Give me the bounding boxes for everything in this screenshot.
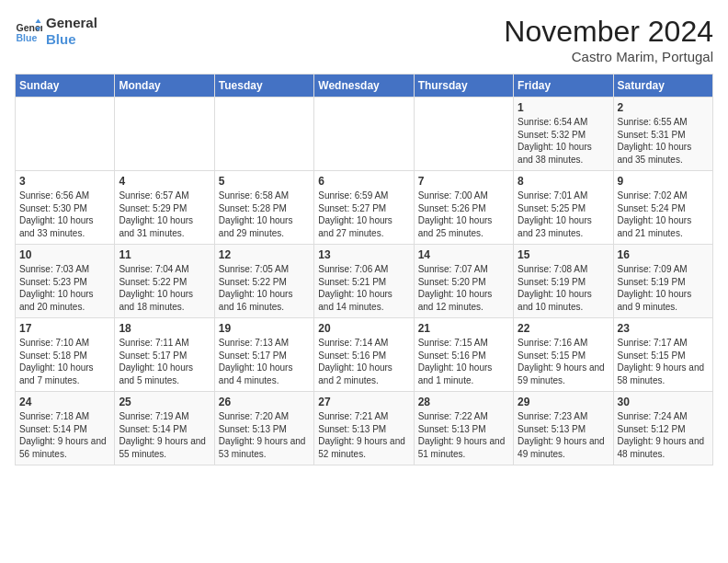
cell-text: Sunrise: 7:06 AM	[318, 263, 409, 276]
day-number: 2	[618, 101, 709, 114]
header-monday: Monday	[115, 75, 214, 98]
cell-text: Sunrise: 7:18 AM	[19, 410, 110, 423]
day-number: 30	[618, 396, 709, 408]
cell-text: Sunset: 5:14 PM	[119, 423, 210, 436]
cell-text: Daylight: 9 hours and 56 minutes.	[19, 435, 110, 460]
table-row: 29Sunrise: 7:23 AMSunset: 5:13 PMDayligh…	[514, 392, 613, 465]
table-row: 5Sunrise: 6:58 AMSunset: 5:28 PMDaylight…	[214, 171, 313, 245]
cell-text: Sunset: 5:19 PM	[618, 276, 709, 289]
cell-text: Sunset: 5:17 PM	[119, 350, 210, 362]
table-row: 14Sunrise: 7:07 AMSunset: 5:20 PMDayligh…	[414, 245, 513, 318]
cell-text: Sunrise: 7:10 AM	[19, 337, 110, 350]
cell-text: Sunset: 5:19 PM	[518, 276, 609, 289]
day-number: 12	[219, 248, 310, 261]
cell-text: Sunrise: 7:11 AM	[119, 337, 210, 350]
cell-text: Daylight: 10 hours and 14 minutes.	[318, 288, 409, 313]
cell-text: Sunrise: 7:15 AM	[418, 337, 509, 350]
cell-text: Sunrise: 7:20 AM	[219, 410, 310, 423]
svg-text:Blue: Blue	[17, 32, 38, 43]
day-number: 3	[19, 175, 110, 188]
table-row: 22Sunrise: 7:16 AMSunset: 5:15 PMDayligh…	[514, 318, 613, 392]
cell-text: Sunrise: 7:02 AM	[618, 190, 709, 202]
day-number: 23	[618, 322, 709, 335]
day-number: 22	[518, 322, 609, 335]
table-row: 1Sunrise: 6:54 AMSunset: 5:32 PMDaylight…	[514, 98, 613, 171]
calendar-week-row: 24Sunrise: 7:18 AMSunset: 5:14 PMDayligh…	[16, 392, 713, 465]
day-number: 17	[19, 322, 110, 335]
cell-text: Daylight: 10 hours and 5 minutes.	[119, 362, 210, 386]
table-row	[16, 98, 115, 171]
table-row: 6Sunrise: 6:59 AMSunset: 5:27 PMDaylight…	[314, 171, 414, 245]
day-number: 28	[418, 396, 509, 408]
day-number: 13	[318, 248, 409, 261]
cell-text: Daylight: 10 hours and 29 minutes.	[219, 214, 310, 239]
cell-text: Sunset: 5:23 PM	[19, 276, 110, 289]
cell-text: Daylight: 9 hours and 49 minutes.	[518, 435, 609, 460]
cell-text: Sunrise: 6:57 AM	[119, 190, 210, 202]
table-row: 20Sunrise: 7:14 AMSunset: 5:16 PMDayligh…	[314, 318, 414, 392]
table-row: 12Sunrise: 7:05 AMSunset: 5:22 PMDayligh…	[214, 245, 313, 318]
calendar-table: Sunday Monday Tuesday Wednesday Thursday…	[15, 74, 713, 465]
table-row: 7Sunrise: 7:00 AMSunset: 5:26 PMDaylight…	[414, 171, 513, 245]
cell-text: Sunset: 5:22 PM	[219, 276, 310, 289]
cell-text: Daylight: 9 hours and 53 minutes.	[219, 435, 310, 460]
table-row: 13Sunrise: 7:06 AMSunset: 5:21 PMDayligh…	[314, 245, 414, 318]
header-saturday: Saturday	[613, 75, 712, 98]
cell-text: Sunset: 5:13 PM	[219, 423, 310, 436]
page-header: General Blue General Blue November 2024 …	[15, 15, 713, 64]
cell-text: Sunrise: 6:58 AM	[219, 190, 310, 202]
cell-text: Sunset: 5:25 PM	[518, 202, 609, 215]
table-row: 2Sunrise: 6:55 AMSunset: 5:31 PMDaylight…	[613, 98, 712, 171]
day-number: 1	[518, 101, 609, 114]
day-number: 18	[119, 322, 210, 335]
calendar-week-row: 17Sunrise: 7:10 AMSunset: 5:18 PMDayligh…	[16, 318, 713, 392]
table-row: 18Sunrise: 7:11 AMSunset: 5:17 PMDayligh…	[115, 318, 214, 392]
day-number: 8	[518, 175, 609, 188]
day-number: 6	[318, 175, 409, 188]
cell-text: Sunset: 5:28 PM	[219, 202, 310, 215]
cell-text: Daylight: 10 hours and 2 minutes.	[318, 362, 409, 386]
table-row: 24Sunrise: 7:18 AMSunset: 5:14 PMDayligh…	[16, 392, 115, 465]
cell-text: Sunrise: 7:04 AM	[119, 263, 210, 276]
cell-text: Daylight: 9 hours and 52 minutes.	[318, 435, 409, 460]
cell-text: Sunset: 5:26 PM	[418, 202, 509, 215]
cell-text: Sunset: 5:12 PM	[618, 423, 709, 436]
table-row: 30Sunrise: 7:24 AMSunset: 5:12 PMDayligh…	[613, 392, 712, 465]
day-number: 9	[618, 175, 709, 188]
cell-text: Daylight: 10 hours and 33 minutes.	[19, 214, 110, 239]
table-row: 3Sunrise: 6:56 AMSunset: 5:30 PMDaylight…	[16, 171, 115, 245]
header-sunday: Sunday	[16, 75, 115, 98]
cell-text: Daylight: 10 hours and 10 minutes.	[518, 288, 609, 313]
cell-text: Sunrise: 7:23 AM	[518, 410, 609, 423]
day-number: 10	[19, 248, 110, 261]
cell-text: Daylight: 9 hours and 51 minutes.	[418, 435, 509, 460]
cell-text: Sunrise: 7:09 AM	[618, 263, 709, 276]
cell-text: Daylight: 10 hours and 20 minutes.	[19, 288, 110, 313]
day-number: 16	[618, 248, 709, 261]
cell-text: Sunrise: 7:16 AM	[518, 337, 609, 350]
cell-text: Sunrise: 7:19 AM	[119, 410, 210, 423]
table-row	[115, 98, 214, 171]
cell-text: Sunrise: 7:00 AM	[418, 190, 509, 202]
day-number: 19	[219, 322, 310, 335]
day-number: 20	[318, 322, 409, 335]
table-row: 21Sunrise: 7:15 AMSunset: 5:16 PMDayligh…	[414, 318, 513, 392]
day-number: 29	[518, 396, 609, 408]
cell-text: Sunset: 5:21 PM	[318, 276, 409, 289]
title-block: November 2024 Castro Marim, Portugal	[504, 15, 713, 64]
cell-text: Daylight: 10 hours and 31 minutes.	[119, 214, 210, 239]
day-number: 21	[418, 322, 509, 335]
day-number: 11	[119, 248, 210, 261]
table-row: 17Sunrise: 7:10 AMSunset: 5:18 PMDayligh…	[16, 318, 115, 392]
cell-text: Daylight: 10 hours and 21 minutes.	[618, 214, 709, 239]
svg-marker-2	[36, 19, 41, 24]
cell-text: Sunrise: 7:21 AM	[318, 410, 409, 423]
table-row: 16Sunrise: 7:09 AMSunset: 5:19 PMDayligh…	[613, 245, 712, 318]
cell-text: Daylight: 9 hours and 59 minutes.	[518, 362, 609, 386]
cell-text: Sunset: 5:24 PM	[618, 202, 709, 215]
cell-text: Sunset: 5:16 PM	[418, 350, 509, 362]
cell-text: Daylight: 10 hours and 38 minutes.	[518, 141, 609, 166]
cell-text: Daylight: 10 hours and 7 minutes.	[19, 362, 110, 386]
table-row: 9Sunrise: 7:02 AMSunset: 5:24 PMDaylight…	[613, 171, 712, 245]
table-row	[414, 98, 513, 171]
